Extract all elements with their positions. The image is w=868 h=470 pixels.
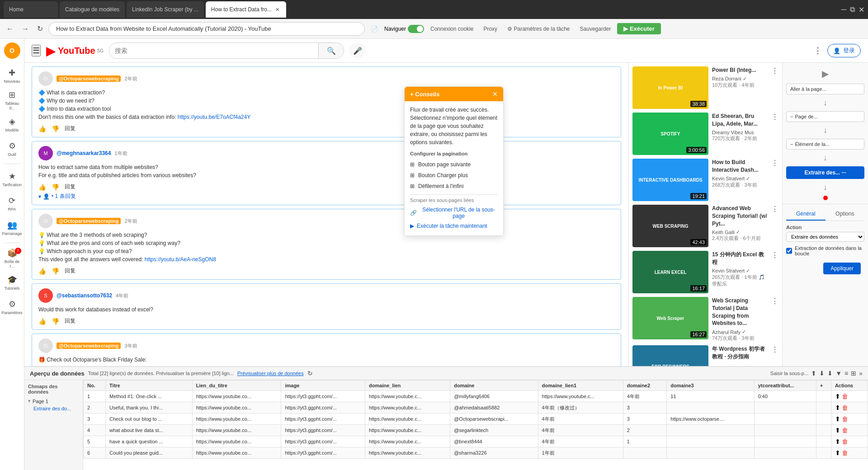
- refresh-button[interactable]: ↻: [34, 23, 46, 35]
- select-url-button[interactable]: 🔗 Sélectionner l'URL de la sous-page: [410, 205, 498, 221]
- sidebar-item-parametres[interactable]: ⚙ Paramètres: [2, 296, 22, 318]
- sidebar-item-outil[interactable]: ⚙ Outil: [2, 137, 22, 160]
- row-delete-button[interactable]: 🗑: [842, 427, 848, 434]
- export-button-1[interactable]: ⬆: [811, 370, 816, 377]
- action-select[interactable]: Extraire des données: [786, 232, 864, 242]
- like-button[interactable]: 👍: [38, 268, 46, 275]
- video-more-button[interactable]: ⋮: [771, 66, 778, 75]
- extract-button[interactable]: Extraire des... ···: [786, 166, 864, 179]
- row-delete-button[interactable]: 🗑: [842, 393, 848, 400]
- row-export-button[interactable]: ⬆: [835, 415, 840, 423]
- goto-page-button[interactable]: Aller à la page...: [786, 84, 864, 94]
- sidebar-item-nouveau[interactable]: ✚ Nouveau: [2, 64, 22, 87]
- download-button[interactable]: ⬇: [827, 370, 833, 377]
- back-button[interactable]: ←: [4, 23, 16, 35]
- row-export-button[interactable]: ⬆: [835, 427, 840, 434]
- dislike-button[interactable]: 👎: [52, 268, 59, 275]
- video-item[interactable]: Web Scraper 16:27 Web Scraping Tutorial …: [632, 297, 778, 342]
- signin-button[interactable]: 👤 登录: [827, 44, 861, 57]
- comment-link[interactable]: https://youtu.be/E7oACf4a24Y: [178, 114, 250, 120]
- sidebar-item-tableau[interactable]: ⊞ Tableau d...: [2, 89, 22, 111]
- row-export-button[interactable]: ⬆: [835, 449, 840, 456]
- minimize-button[interactable]: ─: [841, 5, 846, 14]
- search-button[interactable]: 🔍: [318, 42, 344, 59]
- reply-button[interactable]: 回复: [65, 183, 75, 191]
- extract-item[interactable]: Extraire des do...: [28, 405, 79, 412]
- apply-button[interactable]: Appliquer: [823, 263, 861, 274]
- navigate-switch[interactable]: [408, 25, 424, 33]
- like-button[interactable]: 👍: [38, 183, 46, 191]
- dislike-button[interactable]: 👎: [52, 125, 59, 132]
- preview-more-link[interactable]: Prévisualiser plus de données: [237, 371, 304, 376]
- video-item[interactable]: INTERACTIVE DASHBOARDS 19:21 How to Buil…: [632, 159, 778, 201]
- yt-menu-button[interactable]: ☰: [32, 45, 41, 56]
- sidebar-item-parrainage[interactable]: 👥 Parrainage: [2, 216, 22, 239]
- element-de-button[interactable]: − Élément de la...: [786, 139, 864, 150]
- search-input[interactable]: [109, 47, 318, 54]
- row-delete-button[interactable]: 🗑: [842, 438, 848, 445]
- run-task-button[interactable]: ▶ Exécuter la tâche maintenant: [410, 221, 487, 231]
- maximize-button[interactable]: ⧉: [850, 5, 855, 14]
- execute-button[interactable]: ▶ Exécuter: [617, 23, 661, 34]
- page-item[interactable]: ▾ Page 1: [28, 397, 79, 405]
- mic-button[interactable]: 🎤: [349, 42, 366, 59]
- like-button[interactable]: 👍: [38, 125, 46, 132]
- loop-checkbox[interactable]: [786, 248, 792, 254]
- video-more-button[interactable]: ⋮: [771, 205, 778, 213]
- tab-home[interactable]: Home: [4, 1, 58, 18]
- expand-replies[interactable]: ▾ 👤 • 1 条回复: [38, 193, 614, 200]
- row-delete-button[interactable]: 🗑: [842, 449, 848, 456]
- tab-catalogue[interactable]: Catalogue de modèles: [60, 1, 125, 18]
- row-export-button[interactable]: ⬆: [835, 404, 840, 411]
- tab-options[interactable]: Options: [826, 208, 865, 221]
- save-button[interactable]: Sauvegarder: [576, 24, 615, 34]
- sidebar-item-tutoriels[interactable]: 🎓 Tutoriels: [2, 271, 22, 294]
- cookie-button[interactable]: Connexion cookie: [427, 24, 477, 34]
- video-more-button[interactable]: ⋮: [771, 159, 778, 167]
- video-item[interactable]: FOR BEGINNERS 年 Wordpress 初学者教程 · 分步指南 ⋮: [632, 345, 778, 366]
- export-button-2[interactable]: ⬇: [819, 370, 825, 377]
- forward-button[interactable]: →: [19, 23, 32, 35]
- load-more-button[interactable]: ⊞ Bouton Charger plus: [410, 170, 498, 181]
- video-more-button[interactable]: ⋮: [771, 297, 778, 306]
- infinite-scroll-button[interactable]: ⊞ Défilement à l'infini: [410, 181, 498, 192]
- page-de-button[interactable]: − Page de...: [786, 111, 864, 122]
- row-export-button[interactable]: ⬆: [835, 438, 840, 445]
- sidebar-item-modele[interactable]: ◈ Modèle: [2, 113, 22, 136]
- tab-close-button[interactable]: ✕: [274, 6, 281, 13]
- proxy-button[interactable]: Proxy: [480, 24, 501, 34]
- task-params-button[interactable]: ⚙ Paramètres de la tâche: [504, 24, 573, 34]
- dislike-button[interactable]: 👎: [52, 183, 59, 191]
- bookmark-button[interactable]: 📄: [368, 24, 382, 34]
- filter-button[interactable]: ▼: [835, 370, 842, 377]
- row-export-button[interactable]: ⬆: [835, 393, 840, 400]
- conseils-close-button[interactable]: ✕: [492, 90, 498, 98]
- collapse-button[interactable]: »: [859, 370, 863, 377]
- video-item[interactable]: SPOTIFY 3:00:56 Ed Sheeran, Bru Lipa, Ad…: [632, 113, 778, 155]
- next-page-button[interactable]: ⊞ Bouton page suivante: [410, 159, 498, 170]
- video-item[interactable]: WEB SCRAPING 42:43 Advanced Web Scraping…: [632, 205, 778, 247]
- tab-general[interactable]: Général: [786, 208, 826, 221]
- refresh-data-button[interactable]: ↻: [307, 370, 313, 377]
- video-item[interactable]: LEARN EXCEL 16:17 15 分钟内的 Excel 教程 Kevin…: [632, 251, 778, 293]
- comment-link[interactable]: https://youtu.b/AeA-neSgON8: [145, 256, 216, 263]
- reply-button[interactable]: 回复: [65, 317, 75, 325]
- reply-button[interactable]: 回复: [65, 267, 75, 275]
- close-window-button[interactable]: ✕: [859, 5, 864, 14]
- like-button[interactable]: 👍: [38, 318, 46, 325]
- sidebar-item-rpa[interactable]: ⟳ RPA: [2, 192, 22, 215]
- sidebar-item-tarification[interactable]: ★ Tarification: [2, 168, 22, 190]
- more-options-button[interactable]: ⋮: [814, 46, 822, 56]
- dislike-button[interactable]: 👎: [52, 318, 59, 325]
- row-delete-button[interactable]: 🗑: [842, 404, 848, 411]
- sidebar-item-boite[interactable]: 📦 Boîte de r... 7: [2, 247, 22, 269]
- list-view-button[interactable]: ≡: [844, 370, 848, 377]
- video-more-button[interactable]: ⋮: [771, 345, 778, 354]
- video-item[interactable]: In Power BI 38:38 Power BI (Integ... Rez…: [632, 66, 778, 109]
- col-add[interactable]: +: [816, 381, 831, 391]
- video-more-button[interactable]: ⋮: [771, 113, 778, 121]
- reply-button[interactable]: 回复: [65, 125, 75, 132]
- tab-extract[interactable]: How to Extract Data fro... ✕: [206, 1, 286, 18]
- video-more-button[interactable]: ⋮: [771, 251, 778, 259]
- tab-linkedin[interactable]: LinkedIn Job Scraper (by ...: [127, 1, 204, 18]
